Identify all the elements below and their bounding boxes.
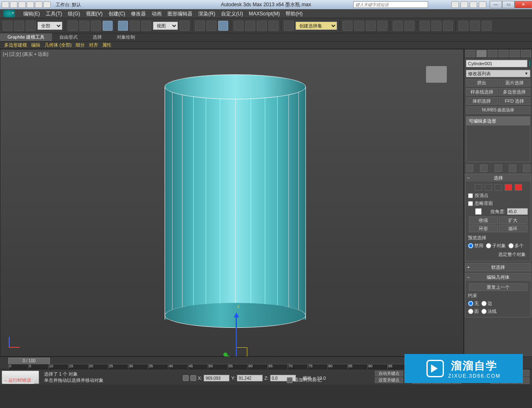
menu-graph-editors[interactable]: 图形编辑器 xyxy=(167,10,192,17)
teapot2-icon[interactable] xyxy=(470,21,480,31)
window-crossing-icon[interactable] xyxy=(103,21,113,31)
element-level-icon[interactable] xyxy=(515,184,522,191)
help-search-input[interactable] xyxy=(353,1,428,8)
motion-tab-icon[interactable] xyxy=(498,50,509,57)
ribbon-panel-geometry[interactable]: 几何体 (全部) xyxy=(43,42,73,48)
info-icon[interactable] xyxy=(451,1,459,8)
ref-coord-dropdown[interactable]: 视图 xyxy=(153,22,178,30)
maximize-button[interactable]: ▭ xyxy=(502,1,515,8)
by-vertex-checkbox[interactable]: 按顶点 xyxy=(467,192,529,199)
constraint-normal-radio[interactable]: 法线 xyxy=(481,308,497,315)
ribbon-panel-subdiv[interactable]: 细分 xyxy=(74,42,86,48)
mod-nurbs-button[interactable]: NURBS 曲面选择 xyxy=(466,106,530,114)
menu-modifiers[interactable]: 修改器 xyxy=(131,10,146,17)
edit-named-sel-icon[interactable] xyxy=(284,21,294,31)
loop-button[interactable]: 循环 xyxy=(499,225,528,232)
shrink-button[interactable]: 收缩 xyxy=(469,216,498,224)
keyboard-shortcut-icon[interactable] xyxy=(207,21,217,31)
repeat-last-button[interactable]: 重复上一个 xyxy=(469,283,527,291)
menu-tools[interactable]: 工具(T) xyxy=(46,10,62,17)
modifier-stack[interactable]: 可编辑多边形 xyxy=(466,116,530,162)
add-time-tag[interactable]: 添加时间标记 xyxy=(294,377,322,383)
qat-save-icon[interactable] xyxy=(18,1,26,8)
make-unique-icon[interactable] xyxy=(495,165,502,172)
move-icon[interactable] xyxy=(118,21,128,31)
set-key-button[interactable]: 设置关键点 xyxy=(375,377,403,383)
absolute-mode-icon[interactable] xyxy=(190,375,196,381)
remove-modifier-icon[interactable] xyxy=(509,165,516,172)
render-frame-icon[interactable] xyxy=(431,21,441,31)
exchange-icon[interactable] xyxy=(470,1,477,8)
constraint-face-radio[interactable]: 面 xyxy=(468,308,479,315)
select-region-icon[interactable] xyxy=(91,21,101,31)
edge-level-icon[interactable] xyxy=(485,184,492,191)
border-level-icon[interactable] xyxy=(495,184,502,191)
polygon-level-icon[interactable] xyxy=(505,184,512,191)
qat-undo-icon[interactable] xyxy=(27,1,34,8)
qat-link-icon[interactable] xyxy=(43,1,51,8)
time-slider[interactable]: 0 / 100 xyxy=(8,358,50,364)
cylinder-object[interactable] xyxy=(163,74,308,328)
pivot-icon[interactable] xyxy=(180,21,190,31)
workspace-label[interactable]: 工作台: 默认 xyxy=(56,2,81,8)
ribbon-panel-edit[interactable]: 编辑 xyxy=(30,42,42,48)
layers-icon[interactable] xyxy=(366,21,376,31)
modifier-list-dropdown[interactable]: 修改器列表 xyxy=(466,70,530,77)
constraint-edge-radio[interactable]: 边 xyxy=(481,300,492,307)
qat-new-icon[interactable] xyxy=(2,1,9,8)
show-end-result-icon[interactable] xyxy=(480,165,488,172)
teapot1-icon[interactable] xyxy=(458,21,468,31)
preview-multi-radio[interactable]: 多个 xyxy=(508,243,524,249)
schematic-view-icon[interactable] xyxy=(393,21,403,31)
bind-spacewarp-icon[interactable] xyxy=(26,21,36,31)
mirror-icon[interactable] xyxy=(342,21,352,31)
menu-maxscript[interactable]: MAXScript(M) xyxy=(249,11,280,17)
spinner-snap-icon[interactable] xyxy=(268,21,278,31)
move-gizmo[interactable]: z x y xyxy=(221,309,275,359)
mod-spline-select-button[interactable]: 样条线选择 xyxy=(466,88,498,96)
menu-edit[interactable]: 编辑(E) xyxy=(23,10,40,17)
configure-sets-icon[interactable] xyxy=(523,165,530,172)
ribbon-tab-selection[interactable]: 选择 xyxy=(85,33,109,41)
menu-group[interactable]: 组(G) xyxy=(68,10,80,17)
ribbon-panel-align[interactable]: 对齐 xyxy=(87,42,100,48)
menu-customize[interactable]: 自定义(U) xyxy=(221,10,243,17)
grow-button[interactable]: 扩大 xyxy=(499,216,528,224)
snap-icon[interactable] xyxy=(218,21,228,31)
named-selection-dropdown[interactable]: 创建选择集 xyxy=(296,22,337,30)
x-input[interactable] xyxy=(204,375,229,381)
mod-vol-select-button[interactable]: 体积选择 xyxy=(466,97,498,105)
menu-animation[interactable]: 动画 xyxy=(152,10,162,17)
minimize-button[interactable]: — xyxy=(490,1,502,8)
menu-create[interactable]: 创建(C) xyxy=(108,10,126,17)
mod-ffd-select-button[interactable]: FFD 选择 xyxy=(499,97,531,105)
ribbon-panel-props[interactable]: 属性 xyxy=(101,42,113,48)
manipulate-icon[interactable] xyxy=(195,21,205,31)
ribbon-tab-graphite[interactable]: Graphite 建模工具 xyxy=(0,33,52,41)
hierarchy-tab-icon[interactable] xyxy=(488,50,498,57)
vertex-level-icon[interactable] xyxy=(475,184,482,191)
viewport[interactable]: [+] [正交] [真实 + 边面] z x y xyxy=(0,49,464,356)
ribbon-tab-freeform[interactable]: 自由形式 xyxy=(52,33,85,41)
by-angle-checkbox[interactable]: 按角度: xyxy=(468,208,505,215)
align-icon[interactable] xyxy=(354,21,364,31)
curve-editor-icon[interactable] xyxy=(377,21,387,31)
select-name-icon[interactable] xyxy=(79,21,89,31)
menu-rendering[interactable]: 渲染(R) xyxy=(198,10,215,17)
angle-spinner[interactable] xyxy=(507,208,528,215)
object-color-swatch[interactable] xyxy=(529,60,530,67)
ring-button[interactable]: 环形 xyxy=(469,225,498,232)
select-icon[interactable] xyxy=(68,21,78,31)
mod-patch-select-button[interactable]: 面片选择 xyxy=(499,79,531,86)
rotate-icon[interactable] xyxy=(130,21,140,31)
viewport-label[interactable]: [+] [正交] [真实 + 边面] xyxy=(3,51,48,57)
display-tab-icon[interactable] xyxy=(510,50,520,57)
menu-help[interactable]: 帮助(H) xyxy=(286,10,303,17)
y-input[interactable] xyxy=(237,375,263,381)
render-icon[interactable] xyxy=(443,21,453,31)
constraint-none-radio[interactable]: 无 xyxy=(468,300,479,307)
ribbon-panel-polymodel[interactable]: 多边形建模 xyxy=(2,42,29,48)
angle-snap-icon[interactable] xyxy=(245,21,255,31)
stack-editable-poly[interactable]: 可编辑多边形 xyxy=(466,117,530,125)
preview-disable-radio[interactable]: 禁用 xyxy=(468,243,483,249)
